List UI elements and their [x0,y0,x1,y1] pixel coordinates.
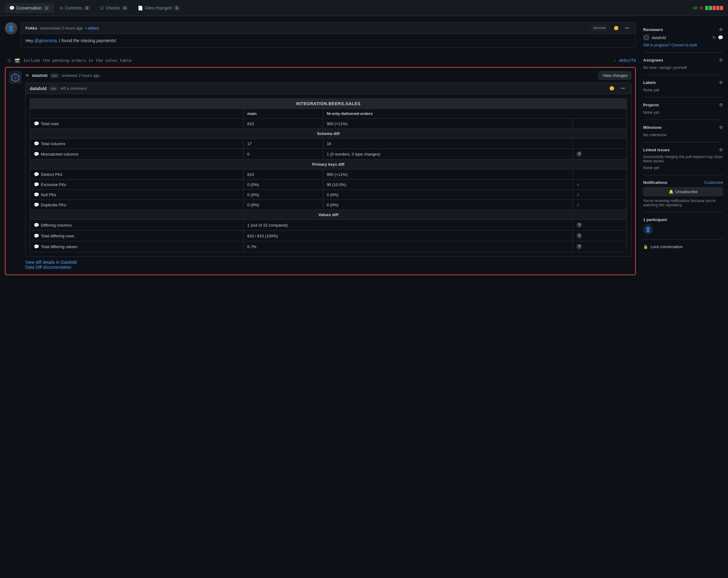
more-options-button[interactable]: ••• [623,25,631,31]
inner-more-button[interactable]: ••• [619,85,627,91]
assignees-section: Assignees ⚙ No one—assign yourself [643,53,723,75]
tab-files-changed-badge: 1 [174,6,180,10]
commit-hash[interactable]: d60a7f9 [619,58,636,63]
review-content: 👁 datafold bot reviewed 2 hours ago View… [25,71,631,271]
diff-block-1 [705,6,708,10]
total-differing-values-icon: ? [573,241,627,252]
question-mark-4[interactable]: ? [576,244,582,249]
view-changes-button[interactable]: View changes [599,71,631,80]
table-title-row: INTEGRATION.BEERS.SALES [30,99,627,109]
table-row-duplicate-pks: 💬 Duplicate PKs 0 (0%) 0 (0%) ✓ [30,200,627,210]
inner-comment: datafold bot left a comment 🙂 ••• [25,83,631,257]
linked-issues-gear-icon[interactable]: ⚙ [719,147,723,152]
primary-keys-header: Primary keys diff [30,160,627,169]
lock-row[interactable]: 🔒 Lock conversation [643,244,723,249]
diff-blocks [705,6,723,10]
convert-draft-text[interactable]: Still in progress? Convert to draft [643,43,697,47]
total-differing-values-value: 6.7% [243,241,573,252]
fokko-comment-outer: 👤 Fokko commented 2 hours ago • edited M… [5,22,636,48]
notifications-header: Notifications Customize [643,180,723,185]
total-rows-icon [573,119,627,129]
question-mark-2[interactable]: ? [576,222,582,228]
chat-icon-total-cols: 💬 [34,141,39,146]
table-row-mismatched: 💬 Mismatched columns 0 1 (0 reorders, 0 … [30,149,627,160]
reviewer-actions: ↻ 💬 [712,35,723,40]
commit-checkmark: ✓ [613,58,616,63]
fokko-meta: commented 2 hours ago [40,26,83,30]
inner-emoji-button[interactable]: 🙂 [607,85,616,91]
datafold-links: View diff details in Datafold Data Diff … [25,257,631,271]
reviewer-datafold-avatar [643,34,649,41]
fokko-comment-header: Fokko commented 2 hours ago • edited Mem… [21,22,635,34]
labels-value: None yet [643,88,659,92]
unsubscribe-button[interactable]: 🔔 Unsubscribe [643,187,723,196]
chat-icon-distinct-pks: 💬 [34,172,39,177]
chat-icon-total-rows: 💬 [34,121,39,126]
projects-header: Projects ⚙ [643,102,723,107]
fokko-author: Fokko [26,26,37,30]
lock-label: Lock conversation [651,244,683,249]
table-row-total-differing-rows: 💬 Total differing rows 810 / 810 (100%) … [30,231,627,241]
labels-header: Labels ⚙ [643,80,723,85]
emoji-button[interactable]: 🙂 [612,25,621,31]
question-mark-1[interactable]: ? [576,151,582,157]
chat-icon-null-pks: 💬 [34,192,39,197]
reviewers-header: Reviewers ⚙ [643,27,723,32]
total-rows-label: 💬 Total rows [30,119,243,129]
null-pks-main: 0 (0%) [243,190,323,200]
tab-commits-label: Commits [65,5,82,10]
lock-section: 🔒 Lock conversation [643,239,723,254]
tab-conversation-badge: 1 [44,6,50,10]
link-view-diff: View diff details in Datafold [25,260,631,265]
view-diff-link[interactable]: View diff details in Datafold [25,260,77,265]
total-rows-branch: 900 (+11%) [323,119,573,129]
differing-columns-value: 1 (out of 15 compared) [243,220,573,231]
unsubscribe-label: Unsubscribe [675,189,698,194]
lock-icon: 🔒 [643,244,648,249]
fokko-edited[interactable]: • edited [85,26,99,30]
reviewers-gear-icon[interactable]: ⚙ [719,27,723,32]
tab-files-changed-label: Files changed [145,5,172,10]
milestone-section: Milestone ⚙ No milestone [643,120,723,142]
reviewer-sync-icon[interactable]: ↻ [712,35,716,40]
bot-badge: bot [50,74,59,78]
differing-columns-text: Differing columns [41,223,72,228]
diff-block-2 [709,6,712,10]
mention: @gtoonstra [34,38,57,43]
table-title: INTEGRATION.BEERS.SALES [30,99,627,109]
reviewers-section: Reviewers ⚙ datafold ↻ 💬 Still in progre… [643,22,723,53]
labels-gear-icon[interactable]: ⚙ [719,80,723,85]
notifications-title: Notifications [643,180,668,185]
distinct-pks-text: Distinct PKs [41,172,62,177]
projects-gear-icon[interactable]: ⚙ [719,102,723,107]
fokko-comment-body: Hey @gtoonstra, I found the missing paym… [21,34,635,47]
total-differing-rows-value: 810 / 810 (100%) [243,231,573,241]
data-diff-doc-link[interactable]: Data Diff documentation [25,265,71,270]
fokko-comment-header-right: Member 🙂 ••• [590,25,631,31]
labels-section: Labels ⚙ None yet [643,75,723,98]
diff-block-4 [716,6,720,10]
review-header: 👁 datafold bot reviewed 2 hours ago View… [25,71,631,80]
total-differing-rows-text: Total differing rows [41,234,74,238]
linked-issues-note: Successfully merging this pull request m… [643,155,723,163]
inner-comment-body: INTEGRATION.BEERS.SALES main fd-only-del… [26,94,631,256]
assignees-gear-icon[interactable]: ⚙ [719,57,723,62]
chat-icon-mismatched: 💬 [34,152,39,157]
notifications-section: Notifications Customize 🔔 Unsubscribe Yo… [643,175,723,212]
tab-commits[interactable]: ⊙ Commits 1 [55,3,95,13]
question-mark-3[interactable]: ? [576,233,582,239]
comment-text-suffix: , I found the missing payments! [57,38,116,43]
check-icon-null: ✓ [576,192,580,197]
milestone-gear-icon[interactable]: ⚙ [719,125,723,130]
linked-issues-section: Linked issues ⚙ Successfully merging thi… [643,142,723,175]
reviewer-comment-icon[interactable]: 💬 [718,35,723,40]
files-icon: 📄 [138,5,143,10]
tab-conversation[interactable]: 💬 Conversation 1 [5,3,54,13]
mismatched-branch: 1 (0 reorders, 0 type changes) [323,149,573,160]
tab-files-changed[interactable]: 📄 Files changed 1 [133,3,184,13]
main-layout: 👤 Fokko commented 2 hours ago • edited M… [0,16,728,287]
milestone-title: Milestone [643,125,661,130]
customize-link[interactable]: Customize [704,180,723,185]
tab-checks[interactable]: ☑ Checks 1 [96,3,132,13]
notification-note: You're receiving notifications because y… [643,199,723,207]
